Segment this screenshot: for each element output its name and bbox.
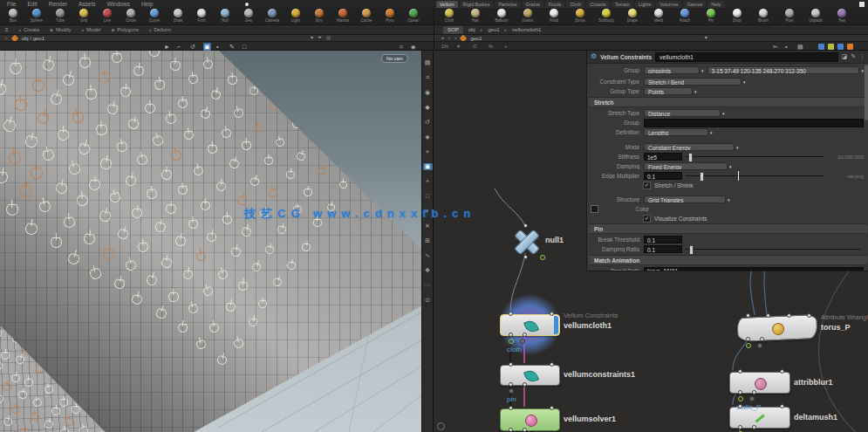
shelf-tool-draw[interactable]: Draw xyxy=(170,9,186,23)
pane-tab-polygons[interactable]: ◆Polygons xyxy=(111,27,139,32)
shelf-tab-crowds[interactable]: Crowds xyxy=(586,1,610,8)
parameter-scrollbar[interactable] xyxy=(865,65,868,120)
menu-item-windows[interactable]: Windows xyxy=(107,0,130,8)
shelf-tool-geo[interactable]: Geo xyxy=(241,9,256,23)
shelf-tool-light[interactable]: Light xyxy=(288,9,304,23)
shelf-tool-softbody[interactable]: Softbody xyxy=(598,9,614,23)
shelf-tool-camera[interactable]: Camera xyxy=(264,9,280,23)
shelf-tool-test[interactable]: Test xyxy=(834,9,850,23)
view-tool-icon-1[interactable]: ≡ xyxy=(423,74,433,81)
shelf-tab-rigid-bodies[interactable]: Rigid Bodies xyxy=(460,1,494,8)
slider-handle[interactable] xyxy=(700,172,704,182)
breadcrumb-item[interactable]: obj xyxy=(468,27,475,32)
shelf-tab-lights[interactable]: Lights xyxy=(635,1,655,8)
shelf-tab-help[interactable]: Help xyxy=(707,1,724,8)
quickmark-3[interactable] xyxy=(837,44,844,50)
param-number-field[interactable]: 0.1 xyxy=(644,245,682,253)
node-connector-dot[interactable] xyxy=(746,337,750,341)
handles-tool-icon[interactable]: ▣ xyxy=(203,43,211,51)
node-connector-dot[interactable] xyxy=(752,390,756,394)
shelf-tool-brush[interactable]: Brush xyxy=(755,9,771,23)
shelf-tab-grains[interactable]: Grains xyxy=(523,1,543,8)
param-combo[interactable]: pinpoints xyxy=(644,66,700,74)
home-icon[interactable]: ⌂ xyxy=(4,35,8,41)
edit-icon[interactable]: ✎ xyxy=(851,53,856,60)
param-number-field[interactable]: 1e5 xyxy=(644,153,682,161)
net-display-option[interactable]: + xyxy=(504,44,507,49)
shelf-tool-grains[interactable]: Grains xyxy=(520,9,536,23)
node-null1[interactable] xyxy=(510,229,542,253)
node-connector-dot[interactable] xyxy=(550,406,554,410)
param-number-field[interactable]: 0.1 xyxy=(644,172,682,180)
view-tool-icon-9[interactable]: □ xyxy=(423,193,433,200)
view-tool-icon-14[interactable]: ❖ xyxy=(423,267,433,274)
quickmark-4[interactable] xyxy=(847,44,853,50)
node-connector-dot[interactable] xyxy=(787,313,791,318)
menu-item-help[interactable]: Help xyxy=(141,0,153,8)
view-tool-icon-15[interactable]: ⋯ xyxy=(423,282,433,289)
node-connector-dot[interactable] xyxy=(780,369,784,374)
shelf-tab-particles[interactable]: Particles xyxy=(495,1,520,8)
pane-tab-model[interactable]: ▴Model xyxy=(82,27,101,32)
quickmark-2[interactable] xyxy=(828,44,834,50)
node-flag-gray[interactable] xyxy=(509,388,514,394)
node-connector-dot[interactable] xyxy=(509,333,513,337)
node-connector-dot[interactable] xyxy=(780,404,784,408)
grid-toggle-icon[interactable]: ◈ xyxy=(411,43,415,51)
shelf-tool-hair[interactable]: Hair xyxy=(468,9,483,23)
pin-toggle-icon[interactable]: ◎ xyxy=(326,35,331,41)
param-text-field[interactable]: torus_ANIM xyxy=(644,267,864,272)
quickmark-1[interactable] xyxy=(818,44,824,50)
brush-tool-icon[interactable]: ▪ xyxy=(216,43,218,51)
view-tool-icon-3[interactable]: ◆ xyxy=(423,104,433,111)
node-connector-dot[interactable] xyxy=(752,425,756,429)
shelf-tool-mantra[interactable]: Mantra xyxy=(335,9,351,23)
lasso-tool-icon[interactable]: ⌐ xyxy=(177,43,181,51)
menu-item-render[interactable]: Render xyxy=(49,0,67,8)
pane-tab-deform[interactable]: ▴Deform xyxy=(149,27,171,32)
snap-icon[interactable]: ⌗ xyxy=(400,43,403,51)
net-display-option[interactable]: % xyxy=(489,44,493,49)
param-combo[interactable]: Points xyxy=(644,87,693,95)
node-connector-dot[interactable] xyxy=(509,312,513,316)
node-connector-dot[interactable] xyxy=(523,333,527,337)
view-tool-icon-4[interactable]: ↺ xyxy=(423,119,433,126)
node-flag-gray[interactable] xyxy=(520,339,525,344)
gear-menu-icon[interactable]: ◪ xyxy=(842,53,848,60)
param-combo[interactable]: Constant Energy xyxy=(644,143,735,151)
node-connector-dot[interactable] xyxy=(523,223,528,228)
node-name-field[interactable]: vellumcloth1 xyxy=(655,52,837,62)
view-tool-icon-16[interactable]: ⊙ xyxy=(423,297,433,304)
param-slider[interactable] xyxy=(686,249,860,250)
shelf-tool-cache[interactable]: Cache xyxy=(359,9,374,23)
shelf-tool-weld[interactable]: Weld xyxy=(651,9,666,23)
node-connector-dot[interactable] xyxy=(550,362,554,367)
shelf-tool-drape[interactable]: Drape xyxy=(625,9,640,23)
param-checkbox[interactable]: ✓ xyxy=(643,182,651,189)
shelf-tool-env[interactable]: Env xyxy=(311,9,327,23)
net-display-option[interactable]: # xyxy=(457,44,460,49)
param-slider[interactable] xyxy=(686,156,824,157)
breadcrumb-item[interactable]: geo1 xyxy=(488,27,499,32)
node-flag-gray[interactable] xyxy=(757,343,762,348)
shelf-tab-volumes[interactable]: Volumes xyxy=(656,1,681,8)
pane-tab-modify[interactable]: ◆Modify xyxy=(50,27,72,32)
more-icon[interactable]: ⋮ xyxy=(859,53,865,60)
node-connector-dot[interactable] xyxy=(746,313,750,318)
param-combo[interactable]: Grid Triangles xyxy=(644,195,726,203)
view-tool-icon-6[interactable]: ⌖ xyxy=(423,148,433,155)
node-connector-dot[interactable] xyxy=(509,428,513,432)
nav-back-icon[interactable]: « xyxy=(441,35,444,41)
param-number-field[interactable]: 0.1 xyxy=(644,236,682,243)
view-tool-icon-11[interactable]: ✕ xyxy=(423,223,433,230)
shelf-tab-games[interactable]: Games xyxy=(683,1,706,8)
select-tool-icon[interactable]: ► xyxy=(164,43,170,51)
breadcrumb-item[interactable]: vellumcloth1 xyxy=(512,27,541,32)
node-flag-green[interactable] xyxy=(738,396,743,401)
node-shape-icon[interactable]: ▪ xyxy=(785,43,787,51)
menu-item-file[interactable]: File xyxy=(7,0,16,8)
display-flag-bar[interactable] xyxy=(554,316,558,334)
shelf-tab-vellum[interactable]: Vellum xyxy=(436,1,458,8)
menu-item-assets[interactable]: Assets xyxy=(79,0,96,8)
view-tool-icon-13[interactable]: ∿ xyxy=(423,252,433,259)
